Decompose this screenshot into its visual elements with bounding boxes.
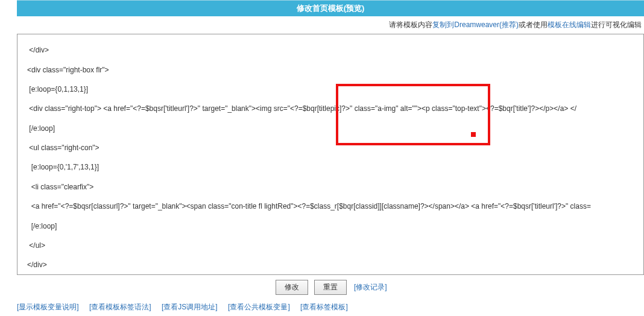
- view-public-template-vars-link[interactable]: [查看公共模板变量]: [228, 303, 290, 311]
- code-line: <div class="right-box flr">: [21, 65, 640, 75]
- page-title-text: 修改首页模板(预览): [297, 4, 365, 13]
- button-row: 修改 重置 [修改记录]: [17, 275, 644, 300]
- bottom-link-row: [显示模板变量说明] [查看模板标签语法] [查看JS调用地址] [查看公共模板…: [0, 300, 644, 315]
- code-line: <div class="right-top"> <a href="<?=$bqs…: [21, 104, 640, 113]
- code-line: [/e:loop]: [21, 124, 640, 133]
- highlight-marker-icon: [471, 132, 476, 137]
- online-edit-link[interactable]: 模板在线编辑: [548, 21, 591, 29]
- code-line: </div>: [21, 45, 640, 55]
- view-js-call-url-link[interactable]: [查看JS调用地址]: [162, 303, 218, 311]
- code-line: <a href="<?=$bqsr[classurl]?>" target="_…: [21, 201, 640, 211]
- view-tag-template-link[interactable]: [查看标签模板]: [300, 303, 348, 311]
- view-template-tag-syntax-link[interactable]: [查看模板标签语法]: [89, 303, 151, 311]
- reset-button[interactable]: 重置: [314, 280, 347, 295]
- template-code-textarea[interactable]: </div> <div class="right-box flr"> [e:lo…: [17, 34, 644, 275]
- modify-button[interactable]: 修改: [276, 280, 308, 295]
- hint-bar: 请将模板内容复制到Dreamweaver(推荐)或者使用模板在线编辑进行可视化编…: [17, 16, 644, 34]
- code-line: [e:loop={0,1,13,1}]: [21, 84, 640, 94]
- code-line: [/e:loop]: [21, 221, 640, 231]
- hint-suffix: 进行可视化编辑: [591, 21, 642, 29]
- show-template-vars-link[interactable]: [显示模板变量说明]: [17, 303, 79, 311]
- code-line: [e:loop={0,'1,7',13,1}]: [21, 162, 640, 172]
- code-line: <ul class="right-con">: [21, 143, 640, 153]
- modify-history-link[interactable]: [修改记录]: [354, 283, 387, 291]
- copy-to-dreamweaver-link[interactable]: 复制到Dreamweaver(推荐): [432, 21, 519, 29]
- hint-middle: 或者使用: [519, 21, 548, 29]
- code-line: </div>: [21, 260, 640, 270]
- hint-prefix: 请将模板内容: [389, 21, 432, 29]
- page-title-bar: 修改首页模板(预览): [17, 0, 644, 16]
- code-line: <li class="clearfix">: [21, 182, 640, 192]
- code-line: </ul>: [21, 241, 640, 250]
